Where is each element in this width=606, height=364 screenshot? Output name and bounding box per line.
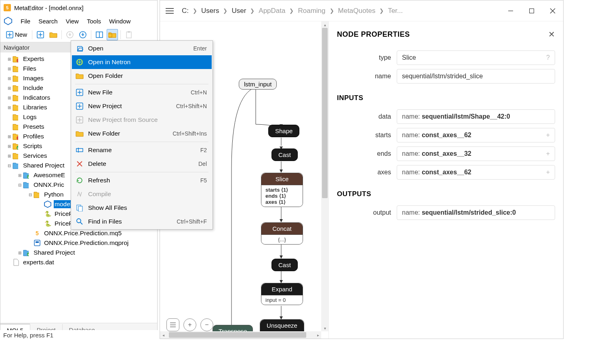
breadcrumb-segment[interactable]: User: [229, 6, 248, 16]
download-toolbar-button[interactable]: [64, 29, 76, 40]
prop-value[interactable]: name: sequential/lstm/Shape__42:0: [397, 109, 555, 124]
new-folder-icon: [75, 129, 84, 138]
expander-icon[interactable]: [27, 240, 34, 246]
expander-icon[interactable]: [6, 259, 13, 266]
expand-icon[interactable]: +: [546, 150, 550, 157]
prop-name-value[interactable]: sequential/lstm/strided_slice: [397, 69, 555, 84]
expander-icon[interactable]: [27, 230, 34, 236]
expander-icon[interactable]: ⊞: [17, 172, 23, 178]
tree-label: Images: [22, 74, 44, 82]
ctx-open-in-netron[interactable]: Open in Netron: [72, 55, 212, 69]
expander-icon[interactable]: ⊞: [6, 104, 13, 111]
close-button[interactable]: [542, 2, 563, 19]
expander-icon[interactable]: ⊞: [6, 75, 13, 82]
folder-icon: [13, 123, 20, 130]
breadcrumb-segment[interactable]: C:: [179, 6, 191, 16]
properties-title: NODE PROPERTIES: [337, 30, 410, 39]
upload-toolbar-button[interactable]: [77, 29, 88, 40]
menu-tools[interactable]: Tools: [83, 16, 105, 26]
graph-node-cast2[interactable]: Cast: [271, 259, 298, 271]
expander-icon[interactable]: [6, 123, 13, 130]
menu-file[interactable]: File: [17, 16, 34, 26]
tree-item[interactable]: experts.dat: [0, 257, 157, 267]
expander-icon[interactable]: ⊞: [6, 65, 13, 72]
expander-icon[interactable]: ⊞: [6, 85, 13, 91]
maximize-button[interactable]: [521, 2, 542, 19]
menu-window[interactable]: Window: [105, 16, 135, 26]
ctx-open-folder[interactable]: Open Folder: [72, 69, 212, 83]
graph-node-concat[interactable]: Concat {...}: [261, 222, 303, 245]
horizontal-scrollbar[interactable]: ◂ ▸: [160, 331, 321, 339]
menu-view[interactable]: View: [62, 16, 83, 26]
ctx-new-project[interactable]: New ProjectCtrl+Shift+N: [72, 99, 212, 113]
ctx-new-folder[interactable]: New FolderCtrl+Shift+Ins: [72, 127, 212, 140]
zoom-out-button[interactable]: −: [200, 318, 213, 331]
help-icon[interactable]: ?: [546, 54, 550, 61]
zoom-in-button[interactable]: +: [183, 318, 196, 331]
breadcrumb-segment[interactable]: Ter...: [385, 6, 405, 16]
new-file-toolbar-button[interactable]: [35, 29, 46, 40]
prop-type-value[interactable]: Slice?: [397, 50, 555, 65]
expander-icon[interactable]: ⊞: [6, 56, 13, 62]
minimize-button[interactable]: [500, 2, 521, 19]
ctx-refresh[interactable]: RefreshF5: [72, 174, 212, 187]
graph-node-slice[interactable]: Slice starts ⟨1⟩ ends ⟨1⟩ axes ⟨1⟩: [261, 173, 303, 207]
graph-input-node[interactable]: lstm_input: [239, 79, 277, 90]
expander-icon[interactable]: ⊞: [6, 143, 13, 149]
expander-icon[interactable]: ⊞: [6, 94, 13, 101]
graph-list-button[interactable]: [166, 318, 179, 331]
expander-icon[interactable]: [38, 201, 44, 207]
properties-close-button[interactable]: ✕: [548, 29, 555, 39]
ctx-label: Open Folder: [88, 72, 207, 79]
vertical-scrollbar[interactable]: ▴ ▾: [321, 21, 328, 331]
breadcrumb-segment[interactable]: MetaQuotes: [336, 6, 378, 16]
graph-node-shape[interactable]: Shape: [268, 125, 299, 137]
expander-icon[interactable]: ⊞: [6, 133, 13, 140]
expander-icon[interactable]: ⊟: [27, 191, 34, 198]
graph-node-expand[interactable]: Expand input = 0: [261, 283, 303, 305]
tree-item[interactable]: ONNX.Price.Prediction.mqproj: [0, 238, 157, 248]
expander-icon[interactable]: ⊟: [6, 162, 13, 169]
expand-icon[interactable]: +: [546, 132, 550, 139]
ctx-open[interactable]: OpenEnter: [72, 42, 212, 55]
graph-node-cast1[interactable]: Cast: [271, 149, 298, 161]
ctx-new-file[interactable]: New FileCtrl+N: [72, 86, 212, 99]
tree-label: Files: [22, 65, 37, 73]
ctx-rename[interactable]: RenameF2: [72, 143, 212, 157]
breadcrumb-segment[interactable]: Users: [199, 6, 221, 16]
layout-toolbar-button[interactable]: [94, 29, 105, 40]
expand-icon[interactable]: +: [546, 169, 550, 176]
ctx-delete[interactable]: DeleteDel: [72, 157, 212, 171]
expander-icon[interactable]: ⊞: [17, 249, 23, 256]
menu-search[interactable]: Search: [34, 16, 62, 26]
tree-layout-toolbar-button[interactable]: [107, 29, 118, 40]
new-button[interactable]: New: [4, 30, 29, 39]
layout-icon: [96, 31, 103, 38]
expander-icon[interactable]: ⊟: [17, 182, 23, 188]
prop-value[interactable]: name: const_axes__62+: [397, 165, 555, 180]
expander-icon[interactable]: ⊞: [6, 153, 13, 159]
tree-label: Libraries: [22, 103, 48, 111]
ctx-show-all-files[interactable]: Show All Files: [72, 201, 212, 215]
breadcrumb-segment[interactable]: AppData: [256, 6, 288, 16]
svg-marker-33: [280, 169, 283, 173]
clipboard-toolbar-button[interactable]: [123, 29, 135, 40]
folder-icon: [13, 142, 20, 150]
prop-value[interactable]: name: const_axes__62+: [397, 128, 555, 142]
open-folder-toolbar-button[interactable]: [48, 29, 59, 40]
close-icon: [550, 8, 556, 14]
breadcrumb-segment[interactable]: Roaming: [295, 6, 328, 16]
prop-value[interactable]: name: const_axes__32+: [397, 146, 555, 161]
expander-icon[interactable]: [38, 211, 44, 217]
ctx-shortcut: F5: [200, 177, 207, 184]
tree-item[interactable]: ⊞Shared Project: [0, 248, 157, 257]
minimize-icon: [508, 8, 513, 13]
expander-icon[interactable]: [6, 114, 13, 120]
folder-icon: [13, 94, 20, 101]
tree-item[interactable]: 5ONNX.Price.Prediction.mq5: [0, 228, 157, 238]
expander-icon[interactable]: [38, 220, 44, 227]
ctx-find-in-files[interactable]: Find in FilesCtrl+Shift+F: [72, 215, 212, 228]
hamburger-button[interactable]: [160, 8, 179, 14]
prop-value[interactable]: name: sequential/lstm/strided_slice:0: [397, 205, 555, 220]
window-controls: [500, 2, 563, 19]
